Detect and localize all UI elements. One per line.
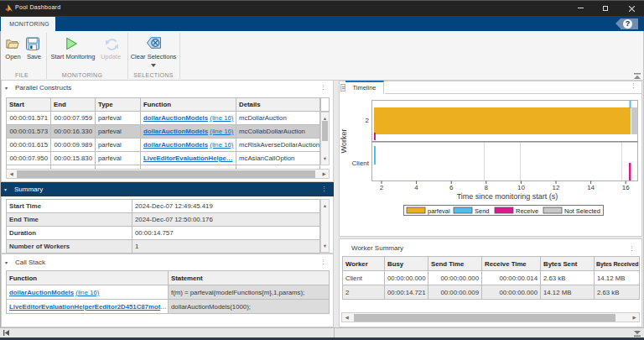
svg-text:2: 2	[380, 184, 384, 191]
svg-text:Not Selected: Not Selected	[564, 207, 600, 215]
svg-text:Client: Client	[352, 160, 370, 167]
svg-text:Worker: Worker	[340, 129, 348, 154]
svg-text:14: 14	[587, 184, 595, 191]
svg-text:8: 8	[485, 184, 489, 191]
svg-text:Send: Send	[475, 207, 490, 215]
svg-text:10: 10	[517, 184, 525, 191]
svg-text:2: 2	[366, 117, 370, 124]
svg-text:12: 12	[553, 184, 560, 191]
svg-text:16: 16	[622, 184, 630, 191]
svg-text:Receive: Receive	[516, 207, 538, 215]
svg-text:6: 6	[449, 184, 454, 191]
svg-text:parfeval: parfeval	[428, 207, 450, 215]
svg-text:Time since monitoring start (s: Time since monitoring start (s)	[457, 192, 558, 201]
svg-text:4: 4	[414, 184, 418, 191]
